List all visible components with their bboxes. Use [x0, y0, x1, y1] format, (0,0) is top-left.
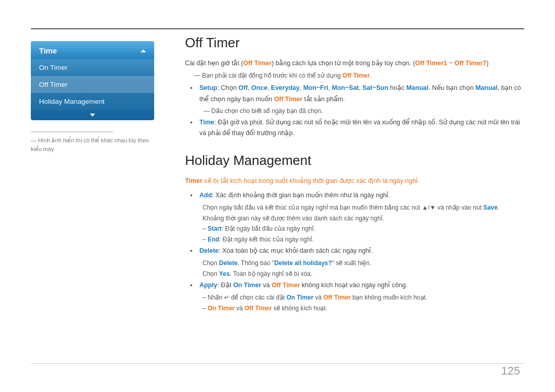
sidebar-note-line — [31, 132, 113, 132]
off-timer-section: Off Timer Cài đặt hẹn giờ tắt (Off Timer… — [185, 35, 524, 139]
sidebar-title: Time — [39, 46, 57, 55]
off-timer-bullet-setup: • Setup: Chọn Off, Once, Everyday, Mon~F… — [190, 83, 524, 105]
sidebar: Time On Timer Off Timer Holiday Manageme… — [31, 41, 170, 153]
start-item: Start: Đặt ngày bắt đầu của ngày nghỉ. — [202, 224, 524, 234]
sidebar-item-on-timer[interactable]: On Timer — [31, 59, 154, 76]
holiday-management-section: Holiday Management Timer sẽ bị tắt kích … — [185, 153, 524, 314]
sidebar-item-off-timer[interactable]: Off Timer — [31, 76, 154, 93]
off-timer-highlight1: Off Timer — [243, 60, 271, 67]
apply-label: Apply — [199, 282, 217, 289]
holiday-bullet-apply: • Apply: Đặt On Timer và Off Timer không… — [190, 280, 524, 291]
delete-sub2: Chọn Yes. Toàn bộ ngày nghỉ sẽ bị xóa. — [202, 269, 524, 279]
add-sub1: Chọn ngày bắt đầu và kết thúc của ngày n… — [202, 203, 524, 213]
end-item: End: Đặt ngày kết thúc của ngày nghỉ. — [202, 235, 524, 245]
add-label: Add — [199, 192, 212, 199]
main-content: Off Timer Cài đặt hẹn giờ tắt (Off Timer… — [185, 35, 524, 314]
off-timer-note-highlight: Off Timer — [342, 72, 369, 79]
sidebar-menu: Time On Timer Off Timer Holiday Manageme… — [31, 41, 154, 120]
off-timer-setup-sub: Dấu chọn cho biết số ngày bạn đã chọn. — [203, 106, 524, 116]
holiday-management-title: Holiday Management — [185, 153, 524, 169]
arrow-down-icon[interactable] — [90, 114, 95, 117]
off-timer-title: Off Timer — [185, 35, 524, 51]
time-label: Time — [199, 119, 214, 126]
off-timer-note1: Bạn phải cài đặt đồng hồ trước khi có th… — [194, 71, 524, 81]
off-timer-highlight2: Off Timer1 ~ Off Timer7 — [415, 60, 487, 67]
holiday-intro: Timer sẽ bị tắt kích hoạt trong suốt kho… — [185, 176, 524, 186]
delete-label: Delete — [199, 247, 219, 254]
sidebar-footer — [31, 110, 154, 120]
apply-sub2: On Timer và Off Timer sẽ không kích hoạt… — [202, 304, 524, 314]
off-timer-bullet-time: • Time: Đặt giờ và phút. Sử dụng các nút… — [190, 117, 524, 139]
sidebar-note: — Hình ảnh hiển thị có thể khác nhau tùy… — [31, 136, 154, 153]
apply-sub1: Nhấn ↵ để chọn các cài đặt On Timer và O… — [202, 293, 524, 303]
top-divider — [31, 28, 524, 29]
sidebar-item-holiday-management[interactable]: Holiday Management — [31, 93, 154, 110]
holiday-bullet-add: • Add: Xác định khoảng thời gian bạn muố… — [190, 190, 524, 201]
page-number: 125 — [501, 364, 520, 378]
sidebar-header: Time — [31, 41, 154, 59]
arrow-up-icon[interactable] — [141, 49, 146, 52]
bottom-divider — [31, 363, 524, 364]
setup-label: Setup — [199, 84, 217, 91]
delete-sub1: Chọn Delete. Thông báo "Delete all holid… — [202, 258, 524, 269]
holiday-bullet-delete: • Delete: Xóa toàn bộ các mục khỏi danh … — [190, 246, 524, 257]
off-timer-intro: Cài đặt hẹn giờ tắt (Off Timer) bằng các… — [185, 58, 524, 69]
add-sub2: Khoảng thời gian này sẽ được thêm vào da… — [202, 214, 524, 224]
